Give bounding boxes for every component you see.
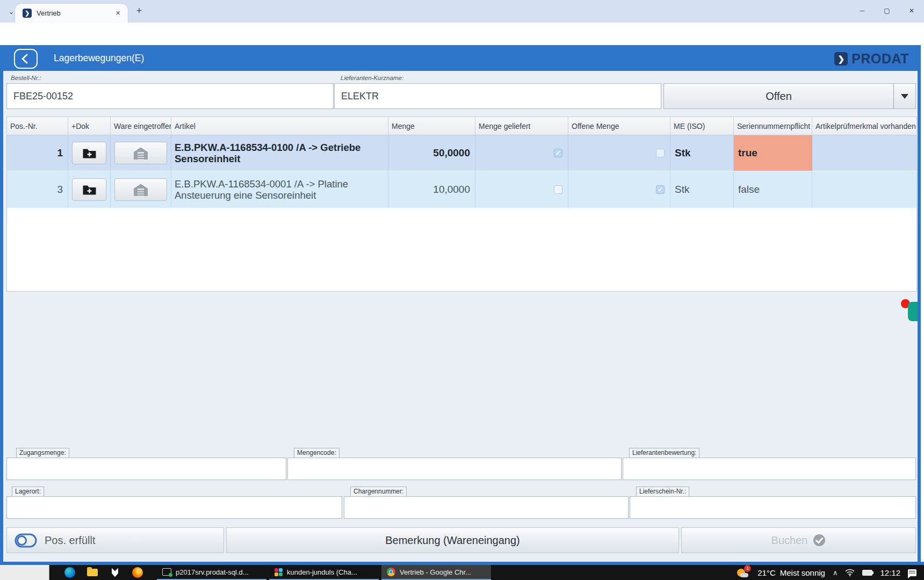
browser-tabstrip: ⌄ ❯ Vertrieb ✕ + ─ ▢ ✕ [0, 0, 924, 23]
positions-table: Pos.-Nr. +Dok Ware eingetroffer Artikel … [6, 117, 917, 292]
col-header-pos-nr: Pos.-Nr. [7, 117, 68, 135]
buchen-button[interactable]: Buchen [681, 527, 916, 553]
firefox-icon[interactable] [132, 567, 143, 578]
battery-icon[interactable] [862, 570, 872, 576]
lieferanten-kurzname-label: Lieferanten-Kurzname: [341, 75, 403, 81]
chevron-left-icon [21, 53, 28, 64]
col-header-me-iso: ME (ISO) [670, 117, 734, 135]
menge-value: 50,0000 [388, 135, 475, 171]
chargennummer-input[interactable] [344, 496, 629, 519]
taskbar-item-chat[interactable]: kunden-junduls (Cha... [269, 565, 379, 580]
col-header-seriennummernpflicht: Seriennummernpflicht [734, 117, 812, 135]
seriennummernpflicht-value: true [734, 135, 812, 171]
app-back-button[interactable] [14, 49, 38, 69]
col-header-dok: +Dok [68, 117, 111, 135]
taskbar-item-chrome-active[interactable]: Vertrieb - Google Chr... [381, 565, 491, 580]
menge-geliefert-checkbox[interactable] [554, 149, 562, 157]
weather-temp[interactable]: 21°C [757, 568, 776, 577]
fox-app-icon[interactable] [110, 567, 120, 578]
table-row[interactable]: 1 [7, 135, 916, 171]
pos-nr-value: 1 [7, 135, 68, 171]
browser-tab[interactable]: ❯ Vertrieb ✕ [15, 4, 128, 23]
bestell-nr-label: Bestell-Nr.: [11, 75, 41, 81]
offene-menge-checkbox[interactable] [656, 149, 665, 157]
prodat-favicon-icon: ❯ [23, 9, 32, 18]
status-dropdown-value: Offen [664, 84, 893, 108]
taskbar-search-box[interactable] [0, 565, 49, 580]
chrome-icon [387, 568, 395, 576]
seriennummernpflicht-value: false [734, 171, 812, 208]
floating-extension-tab[interactable] [908, 302, 918, 321]
maximize-button[interactable]: ▢ [875, 0, 899, 21]
remote-desktop-icon [162, 568, 171, 576]
new-tab-button[interactable]: + [133, 5, 145, 17]
table-header-row: Pos.-Nr. +Dok Ware eingetroffer Artikel … [7, 117, 916, 135]
col-header-artikelpruefmerkmal: Artikelprüfmerkmal vorhanden [812, 117, 916, 135]
cloud-icon [740, 573, 748, 577]
add-document-button[interactable] [72, 178, 106, 201]
tab-close-icon[interactable]: ✕ [113, 9, 122, 18]
add-document-button[interactable] [72, 142, 106, 164]
weather-icon[interactable]: 1 [737, 567, 750, 578]
artikel-line2: Sensoreinheit [175, 153, 240, 164]
pos-erfuellt-toggle[interactable]: Pos. erfüllt [6, 527, 224, 553]
lieferanten-kurzname-input[interactable]: ELEKTR [334, 83, 661, 109]
col-header-offene-menge: Offene Menge [568, 117, 670, 135]
menge-value: 10,0000 [388, 171, 475, 208]
col-header-menge: Menge [388, 117, 475, 135]
notification-center-icon[interactable] [908, 569, 916, 576]
mengencode-label: Mengencode: [294, 448, 340, 458]
weather-badge: 1 [744, 565, 751, 572]
wifi-icon[interactable] [845, 569, 855, 576]
warehouse-icon [133, 147, 149, 160]
seriennummernpflicht-text: false [738, 184, 760, 195]
zugangsmenge-input[interactable] [6, 458, 286, 480]
bemerkung-button[interactable]: Bemerkung (Wareneingang) [226, 527, 679, 553]
bemerkung-label: Bemerkung (Wareneingang) [227, 534, 678, 547]
app-right-gap [921, 45, 924, 562]
menge-geliefert-checkbox[interactable] [554, 185, 562, 194]
folder-plus-icon [82, 148, 97, 159]
lieferschein-nr-input[interactable] [630, 496, 916, 519]
minimize-button[interactable]: ─ [850, 0, 875, 21]
bestell-nr-input[interactable]: FBE25-00152 [6, 83, 334, 109]
col-header-artikel: Artikel [171, 117, 388, 135]
ware-eingetroffen-button[interactable] [114, 142, 167, 164]
artikel-line2: Ansteuerung eine Sensoreinheit [175, 190, 316, 201]
file-explorer-icon[interactable] [87, 569, 98, 576]
screen: ⌄ ❯ Vertrieb ✕ + ─ ▢ ✕ ← → ⟳ vertrieb.m.… [0, 0, 924, 580]
tray-expand-chevron-icon[interactable]: ∧ [833, 569, 838, 577]
pos-erfuellt-label: Pos. erfüllt [45, 534, 95, 547]
offene-menge-checkbox[interactable] [656, 185, 665, 194]
table-row[interactable]: 3 [7, 171, 916, 208]
mengencode-input[interactable] [287, 458, 622, 480]
taskbar-item-label: kunden-junduls (Cha... [287, 568, 357, 576]
clock[interactable]: 12:12 [880, 568, 900, 577]
status-dropdown-arrow[interactable] [893, 84, 915, 108]
artikelpruefmerkmal-value [812, 171, 916, 208]
taskbar-item-rdp[interactable]: p2017srv.prodat-sql.d... [157, 565, 266, 580]
folder-plus-icon [82, 184, 97, 195]
lieferantenbewertung-input[interactable] [623, 458, 916, 480]
pos-nr-value: 3 [7, 171, 68, 208]
weather-desc[interactable]: Meist sonnig [780, 568, 825, 577]
edge-icon[interactable] [64, 567, 75, 578]
buchen-label: Buchen [771, 534, 808, 547]
browser-toolbar: ← → ⟳ vertrieb.m.prodat-erp.de:8093 ☆ [0, 23, 924, 46]
ware-eingetroffen-button[interactable] [114, 178, 167, 201]
check-circle-icon [813, 534, 826, 547]
zugangsmenge-label: Zugangsmenge: [16, 448, 69, 458]
me-iso-value: Stk [670, 135, 734, 171]
app-header: Lagerbewegungen(E) ❯ PRODAT [0, 45, 921, 71]
tab-title: Vertrieb [37, 9, 61, 17]
lieferantenbewertung-label: Lieferantenbewertung: [629, 448, 699, 458]
status-dropdown[interactable]: Offen [663, 83, 916, 109]
lagerort-input[interactable] [6, 496, 342, 519]
close-button[interactable]: ✕ [899, 0, 924, 21]
artikel-line1: E.B.PKW.A-1168534-0001 /A -> Platine [175, 178, 348, 190]
chargennummer-label: Chargennummer: [350, 487, 407, 497]
col-header-ware-eingetroffen: Ware eingetroffer [111, 117, 171, 135]
system-tray: 1 21°C Meist sonnig ∧ 12:12 [737, 565, 924, 580]
lieferschein-nr-label: Lieferschein-Nr.: [636, 487, 689, 497]
taskbar-item-label: p2017srv.prodat-sql.d... [176, 568, 249, 576]
